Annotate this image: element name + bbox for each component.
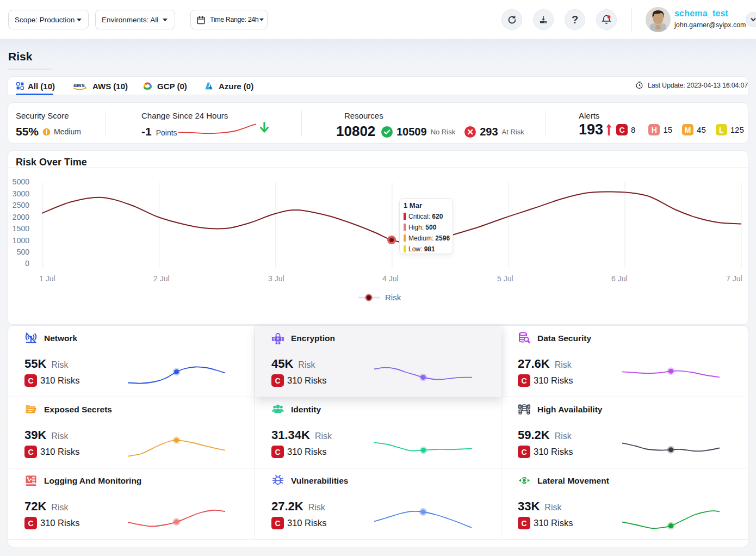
svg-text:aws: aws xyxy=(73,82,85,88)
